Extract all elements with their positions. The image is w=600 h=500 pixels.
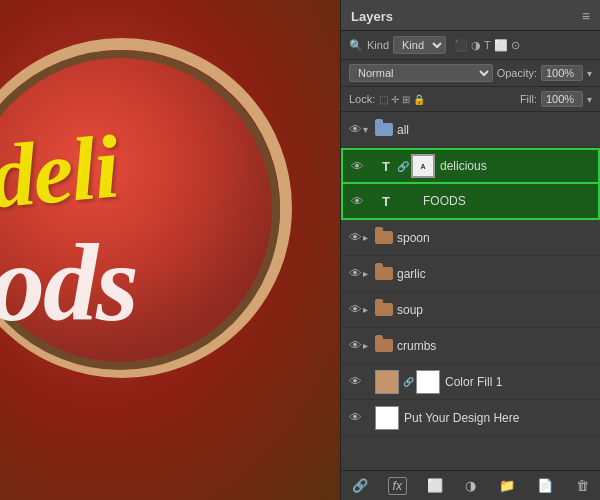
folder-icon-spoon xyxy=(375,231,393,244)
lock-label: Lock: xyxy=(349,93,375,105)
expand-arrow-soup[interactable]: ▸ xyxy=(363,304,375,315)
visibility-icon-crumbs[interactable]: 👁 xyxy=(347,338,363,353)
layer-item-delicious[interactable]: 👁 ▸ T 🔗 A delicious xyxy=(341,148,600,184)
text-layer-icon-foods: T xyxy=(377,194,395,209)
thumb-design xyxy=(375,406,399,430)
expand-arrow-garlic[interactable]: ▸ xyxy=(363,268,375,279)
search-icon: 🔍 xyxy=(349,39,363,52)
layer-item-spoon[interactable]: 👁 ▸ spoon xyxy=(341,220,600,256)
layer-thumb-delicious: A xyxy=(411,154,435,178)
expand-arrow-spoon[interactable]: ▸ xyxy=(363,232,375,243)
layer-name-crumbs: crumbs xyxy=(397,339,594,353)
visibility-icon-garlic[interactable]: 👁 xyxy=(347,266,363,281)
layer-item-garlic[interactable]: 👁 ▸ garlic xyxy=(341,256,600,292)
blend-row: Normal Opacity: ▾ xyxy=(341,60,600,87)
link-layers-button[interactable]: 🔗 xyxy=(349,476,371,495)
folder-icon-soup xyxy=(375,303,393,316)
expand-arrow-all[interactable]: ▾ xyxy=(363,124,375,135)
visibility-icon-design[interactable]: 👁 xyxy=(347,410,363,425)
link-icon-colorfill: 🔗 xyxy=(403,377,414,387)
layer-item-colorfill[interactable]: 👁 ▸ 🔗 Color Fill 1 xyxy=(341,364,600,400)
pixel-icon: ⬛ xyxy=(454,39,468,52)
shape-icon: ⬜ xyxy=(494,39,508,52)
opacity-chevron[interactable]: ▾ xyxy=(587,68,592,79)
smart-icon: ⊙ xyxy=(511,39,520,52)
layer-name-all: all xyxy=(397,123,594,137)
kind-label: Kind xyxy=(367,39,389,51)
layer-name-design: Put Your Design Here xyxy=(404,411,594,425)
layer-name-foods: FOODS xyxy=(423,194,592,208)
blend-mode-dropdown[interactable]: Normal xyxy=(349,64,493,82)
expand-arrow-foods: ▸ xyxy=(365,196,377,207)
expand-arrow-colorfill: ▸ xyxy=(363,376,375,387)
folder-icon-garlic xyxy=(375,267,393,280)
layer-item-design[interactable]: 👁 ▸ Put Your Design Here xyxy=(341,400,600,436)
folder-icon-crumbs xyxy=(375,339,393,352)
lock-artboard-icon[interactable]: ⊞ xyxy=(402,94,410,105)
layer-name-delicious: delicious xyxy=(440,159,592,173)
layer-name-garlic: garlic xyxy=(397,267,594,281)
fill-chevron[interactable]: ▾ xyxy=(587,94,592,105)
canvas-text-foods: ods xyxy=(0,220,137,347)
kind-icons: ⬛ ◑ T ⬜ ⊙ xyxy=(454,39,520,52)
lock-icons: ⬚ ✛ ⊞ 🔒 xyxy=(379,94,425,105)
canvas-text-delicious: deli xyxy=(0,115,121,229)
visibility-icon-foods[interactable]: 👁 xyxy=(349,194,365,209)
layer-name-soup: soup xyxy=(397,303,594,317)
delete-layer-button[interactable]: 🗑 xyxy=(573,476,592,495)
gradient-icon: ◑ xyxy=(471,39,481,52)
panel-title: Layers xyxy=(351,9,393,24)
fx-button[interactable]: fx xyxy=(388,477,407,495)
kind-dropdown[interactable]: Kind xyxy=(393,36,446,54)
new-layer-button[interactable]: 📄 xyxy=(534,476,556,495)
add-mask-button[interactable]: ⬜ xyxy=(424,476,446,495)
kind-row: 🔍 Kind Kind ⬛ ◑ T ⬜ ⊙ xyxy=(341,31,600,60)
layer-item-crumbs[interactable]: 👁 ▸ crumbs xyxy=(341,328,600,364)
layer-item-foods[interactable]: 👁 ▸ T FOODS xyxy=(341,184,600,220)
layer-name-colorfill: Color Fill 1 xyxy=(445,375,594,389)
color-fill-thumb xyxy=(375,370,399,394)
layer-item-soup[interactable]: 👁 ▸ soup xyxy=(341,292,600,328)
layer-item-all[interactable]: 👁 ▾ all xyxy=(341,112,600,148)
panel-toolbar: 🔗 fx ⬜ ◑ 📁 📄 🗑 xyxy=(341,470,600,500)
opacity-label: Opacity: xyxy=(497,67,537,79)
panel-menu-button[interactable]: ≡ xyxy=(582,8,590,24)
canvas-area: deli ods xyxy=(0,0,340,500)
panel-header: Layers ≡ xyxy=(341,0,600,31)
text-layer-icon-delicious: T xyxy=(377,159,395,174)
visibility-icon-soup[interactable]: 👁 xyxy=(347,302,363,317)
adjustment-layer-button[interactable]: ◑ xyxy=(462,476,479,495)
new-group-button[interactable]: 📁 xyxy=(496,476,518,495)
folder-icon-all xyxy=(375,123,393,136)
lock-position-icon[interactable]: ✛ xyxy=(391,94,399,105)
fill-label: Fill: xyxy=(520,93,537,105)
visibility-icon-all[interactable]: 👁 xyxy=(347,122,363,137)
visibility-icon-delicious[interactable]: 👁 xyxy=(349,159,365,174)
layers-panel: Layers ≡ 🔍 Kind Kind ⬛ ◑ T ⬜ ⊙ Normal Op… xyxy=(340,0,600,500)
lock-all-icon[interactable]: 🔒 xyxy=(413,94,425,105)
lock-fill-row: Lock: ⬚ ✛ ⊞ 🔒 Fill: ▾ xyxy=(341,87,600,112)
expand-arrow-design: ▸ xyxy=(363,412,375,423)
visibility-icon-colorfill[interactable]: 👁 xyxy=(347,374,363,389)
link-icon-delicious: 🔗 xyxy=(397,161,409,172)
visibility-icon-spoon[interactable]: 👁 xyxy=(347,230,363,245)
lock-pixels-icon[interactable]: ⬚ xyxy=(379,94,388,105)
text-kind-icon: T xyxy=(484,39,491,52)
expand-arrow-delicious[interactable]: ▸ xyxy=(365,161,377,172)
mask-thumb-colorfill xyxy=(416,370,440,394)
fill-input[interactable] xyxy=(541,91,583,107)
layers-list: 👁 ▾ all 👁 ▸ T 🔗 A delicious 👁 ▸ T FOODS … xyxy=(341,112,600,470)
layer-name-spoon: spoon xyxy=(397,231,594,245)
expand-arrow-crumbs[interactable]: ▸ xyxy=(363,340,375,351)
opacity-input[interactable] xyxy=(541,65,583,81)
